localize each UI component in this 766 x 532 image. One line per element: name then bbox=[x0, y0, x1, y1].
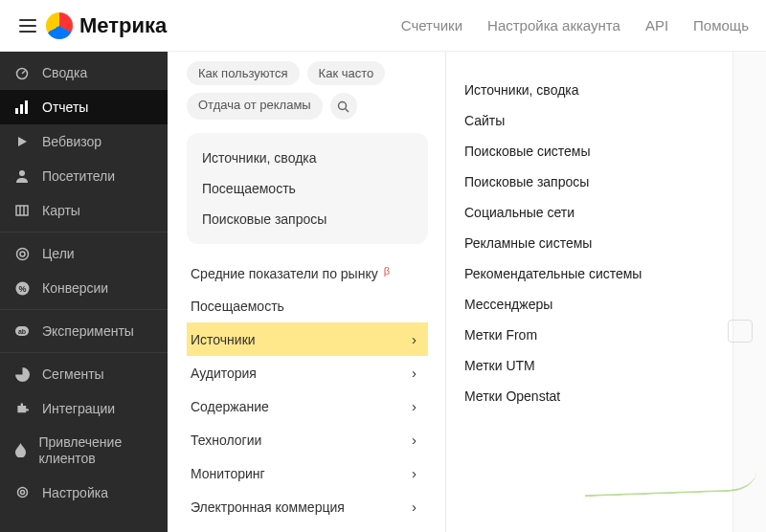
sidebar-item-experiments[interactable]: ab Эксперименты bbox=[0, 314, 168, 348]
chip-how-use[interactable]: Как пользуются bbox=[187, 61, 300, 85]
report-label: Мониторинг bbox=[191, 466, 265, 481]
sidebar-item-label: Конверсии bbox=[42, 280, 108, 296]
svg-point-16 bbox=[17, 488, 27, 498]
recent-visits[interactable]: Посещаемость bbox=[202, 173, 413, 204]
sidebar-item-label: Сводка bbox=[42, 65, 87, 80]
svg-point-17 bbox=[20, 491, 24, 495]
sidebar-item-conversions[interactable]: % Конверсии bbox=[0, 271, 168, 305]
sidebar-item-label: Сегменты bbox=[42, 366, 104, 382]
search-icon bbox=[337, 100, 349, 113]
sidebar-item-label: Карты bbox=[42, 203, 80, 218]
svg-text:%: % bbox=[18, 284, 26, 294]
submenu-utm-tags[interactable]: Метки UTM bbox=[464, 350, 713, 381]
sidebar-item-visitors[interactable]: Посетители bbox=[0, 159, 168, 193]
report-label: Технологии bbox=[191, 432, 261, 448]
svg-rect-7 bbox=[16, 206, 28, 215]
nav-api[interactable]: API bbox=[645, 17, 668, 33]
sidebar-item-goals[interactable]: Цели bbox=[0, 236, 168, 271]
chevron-right-icon: › bbox=[412, 331, 417, 347]
recent-search-queries[interactable]: Поисковые запросы bbox=[202, 204, 413, 234]
chevron-right-icon: › bbox=[412, 432, 417, 448]
sidebar-item-reports[interactable]: Отчеты bbox=[0, 90, 168, 124]
chips-row: Как пользуются Как часто Отдача от рекла… bbox=[187, 61, 428, 120]
main: Как пользуются Как часто Отдача от рекла… bbox=[168, 52, 766, 532]
submenu-recommendation[interactable]: Рекомендательные системы bbox=[464, 258, 713, 289]
sidebar-item-webvisor[interactable]: Вебвизор bbox=[0, 124, 168, 159]
target-icon bbox=[13, 245, 31, 262]
recent-panel: Источники, сводка Посещаемость Поисковые… bbox=[187, 133, 428, 244]
hamburger-menu[interactable] bbox=[11, 11, 44, 40]
nav-account[interactable]: Настройка аккаунта bbox=[487, 17, 620, 33]
sidebar-item-label: Цели bbox=[42, 246, 75, 261]
report-technologies[interactable]: Технологии › bbox=[187, 423, 428, 456]
svg-rect-2 bbox=[15, 108, 18, 114]
nav-counters[interactable]: Счетчики bbox=[401, 17, 462, 33]
gear-icon bbox=[13, 484, 31, 501]
sidebar-item-summary[interactable]: Сводка bbox=[0, 55, 168, 90]
chip-how-often[interactable]: Как часто bbox=[307, 61, 386, 85]
report-label: Средние показатели по рынку bbox=[191, 266, 378, 281]
sidebar-item-integrations[interactable]: Интеграции bbox=[0, 391, 168, 426]
chevron-right-icon: › bbox=[412, 398, 417, 414]
submenu-sources-summary[interactable]: Источники, сводка bbox=[464, 75, 713, 105]
chart-line bbox=[583, 453, 756, 497]
nav-help[interactable]: Помощь bbox=[693, 17, 749, 33]
sidebar-item-label: Привлечение клиентов bbox=[38, 434, 154, 467]
person-icon bbox=[13, 167, 31, 185]
recent-sources-summary[interactable]: Источники, сводка bbox=[202, 143, 413, 173]
sidebar-item-label: Эксперименты bbox=[42, 323, 134, 339]
background-content bbox=[732, 52, 766, 532]
report-monitoring[interactable]: Мониторинг › bbox=[187, 456, 428, 490]
svg-marker-5 bbox=[18, 137, 27, 146]
report-label: Источники bbox=[191, 332, 256, 347]
report-sources[interactable]: Источники › bbox=[187, 322, 428, 356]
percent-icon: % bbox=[13, 279, 31, 297]
svg-point-11 bbox=[20, 252, 25, 256]
report-label: Электронная коммерция bbox=[191, 499, 345, 515]
report-audience[interactable]: Аудитория › bbox=[187, 356, 428, 389]
submenu-messengers[interactable]: Мессенджеры bbox=[464, 289, 713, 320]
bar-chart-icon bbox=[13, 99, 31, 116]
submenu-social[interactable]: Социальные сети bbox=[464, 197, 713, 228]
chevron-right-icon: › bbox=[412, 465, 417, 481]
logo-icon bbox=[46, 12, 73, 39]
sidebar-item-settings[interactable]: Настройка bbox=[0, 476, 168, 510]
chip-search[interactable] bbox=[330, 93, 357, 120]
submenu-search-queries[interactable]: Поисковые запросы bbox=[464, 166, 713, 197]
report-label: Посещаемость bbox=[191, 299, 284, 314]
report-content[interactable]: Содержание › bbox=[187, 389, 428, 423]
svg-line-19 bbox=[346, 108, 349, 112]
header: Метрика Счетчики Настройка аккаунта API … bbox=[0, 0, 766, 52]
sidebar-item-acquisition[interactable]: Привлечение клиентов bbox=[0, 426, 168, 476]
speedometer-icon bbox=[13, 64, 31, 81]
report-label: Аудитория bbox=[191, 366, 257, 381]
sidebar: Сводка Отчеты Вебвизор Посетители Карты bbox=[0, 52, 168, 532]
report-menu-column: Как пользуются Как часто Отдача от рекла… bbox=[168, 52, 445, 532]
sidebar-item-label: Настройка bbox=[42, 485, 108, 500]
ab-icon: ab bbox=[13, 322, 31, 340]
svg-line-1 bbox=[22, 71, 25, 74]
submenu-sites[interactable]: Сайты bbox=[464, 105, 713, 136]
report-market-avg[interactable]: Средние показатели по рынкуβ bbox=[187, 257, 428, 290]
sidebar-item-label: Вебвизор bbox=[42, 134, 101, 149]
sidebar-item-segments[interactable]: Сегменты bbox=[0, 357, 168, 391]
submenu-ad-systems[interactable]: Рекламные системы bbox=[464, 228, 713, 258]
brand-name: Метрика bbox=[79, 13, 167, 38]
header-nav: Счетчики Настройка аккаунта API Помощь bbox=[401, 17, 755, 33]
chip-ad-return[interactable]: Отдача от рекламы bbox=[187, 93, 323, 120]
submenu-from-tags[interactable]: Метки From bbox=[464, 320, 713, 350]
submenu-search-engines[interactable]: Поисковые системы bbox=[464, 136, 713, 166]
brand-logo[interactable]: Метрика bbox=[46, 12, 167, 39]
sidebar-item-label: Интеграции bbox=[42, 401, 115, 416]
report-visits[interactable]: Посещаемость bbox=[187, 290, 428, 322]
map-icon bbox=[13, 202, 31, 219]
sidebar-item-maps[interactable]: Карты bbox=[0, 193, 168, 228]
submenu-openstat-tags[interactable]: Метки Openstat bbox=[464, 381, 713, 411]
pie-icon bbox=[13, 366, 31, 383]
chevron-right-icon: › bbox=[412, 499, 417, 515]
report-monetization[interactable]: Монетизация › bbox=[187, 523, 428, 532]
report-ecommerce[interactable]: Электронная коммерция › bbox=[187, 490, 428, 523]
play-icon bbox=[13, 133, 31, 150]
sidebar-item-label: Посетители bbox=[42, 168, 115, 184]
svg-text:ab: ab bbox=[18, 328, 26, 335]
